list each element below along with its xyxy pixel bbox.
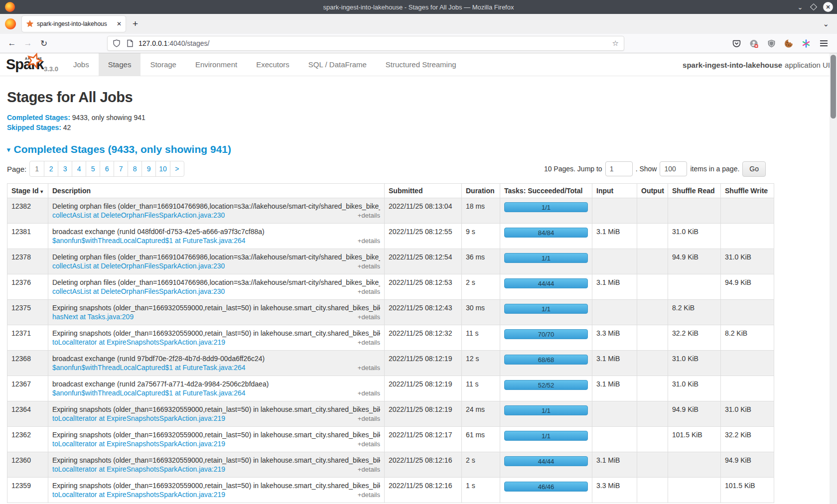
spark-nav-item[interactable]: Structured Streaming bbox=[376, 53, 466, 76]
description-text: Deleting orphan files (older_than=166910… bbox=[52, 278, 380, 286]
browser-tab[interactable]: spark-ingest-into-lakehous ✕ bbox=[22, 16, 126, 32]
jump-to-page-input[interactable] bbox=[605, 161, 633, 176]
stage-callsite-link[interactable]: toLocalIterator at ExpireSnapshotsSparkA… bbox=[52, 465, 225, 473]
col-input[interactable]: Input bbox=[592, 184, 637, 198]
stage-callsite-link[interactable]: toLocalIterator at ExpireSnapshotsSparkA… bbox=[52, 338, 225, 346]
spark-nav-item[interactable]: Storage bbox=[140, 53, 186, 76]
details-toggle[interactable]: +details bbox=[358, 364, 380, 372]
spark-nav-item[interactable]: SQL / DataFrame bbox=[299, 53, 376, 76]
page-number-button[interactable]: 3 bbox=[58, 161, 72, 176]
details-toggle[interactable]: +details bbox=[358, 440, 380, 448]
spark-nav-item[interactable]: Stages bbox=[99, 53, 141, 76]
reload-button[interactable]: ↻ bbox=[36, 38, 52, 49]
cookie-extension-icon[interactable] bbox=[784, 39, 793, 48]
stage-callsite-link[interactable]: collectAsList at DeleteOrphanFilesSparkA… bbox=[52, 262, 225, 270]
completed-stages-section-header[interactable]: ▾ Completed Stages (9433, only showing 9… bbox=[7, 143, 830, 155]
page-number-button[interactable]: 6 bbox=[100, 161, 114, 176]
page-number-button[interactable]: 2 bbox=[44, 161, 58, 176]
input-cell bbox=[592, 249, 637, 274]
stage-id-cell: 12378 bbox=[7, 249, 48, 274]
pocket-icon[interactable] bbox=[732, 39, 741, 48]
spark-nav-item[interactable]: Jobs bbox=[64, 53, 99, 76]
tasks-progress-label: 1/1 bbox=[542, 407, 551, 414]
page-number-button[interactable]: 9 bbox=[141, 161, 155, 176]
stage-callsite-link[interactable]: $anonfun$withThreadLocalCaptured$1 at Fu… bbox=[52, 389, 246, 397]
tasks-progress-bar: 1/1 bbox=[504, 304, 588, 314]
page-content: Stages for All Jobs Completed Stages: 94… bbox=[0, 76, 830, 503]
details-toggle[interactable]: +details bbox=[358, 339, 380, 346]
page-scrollbar[interactable] bbox=[830, 53, 837, 504]
description-text: Expiring snapshots (older_than=166932055… bbox=[52, 431, 380, 439]
stage-callsite-link[interactable]: toLocalIterator at ExpireSnapshotsSparkA… bbox=[52, 414, 225, 422]
summary-link[interactable]: Completed Stages: bbox=[7, 114, 70, 122]
page-number-button[interactable]: 10 bbox=[155, 161, 170, 176]
stage-callsite-link[interactable]: $anonfun$withThreadLocalCaptured$1 at Fu… bbox=[52, 237, 246, 245]
summary-link[interactable]: Skipped Stages: bbox=[7, 124, 61, 131]
col-shuffle-read[interactable]: Shuffle Read bbox=[668, 184, 721, 198]
spark-logo[interactable]: APACHE Spark 3.3.0 bbox=[0, 53, 64, 76]
scrollbar-thumb[interactable] bbox=[831, 55, 836, 119]
col-stage-id[interactable]: Stage Id ▾ bbox=[7, 184, 48, 198]
page-number-button[interactable]: 8 bbox=[128, 161, 141, 176]
page-number-button[interactable]: 5 bbox=[86, 161, 100, 176]
col-output[interactable]: Output bbox=[637, 184, 668, 198]
details-toggle[interactable]: +details bbox=[358, 415, 380, 422]
list-all-tabs-icon[interactable]: ⌄ bbox=[823, 19, 829, 28]
stage-callsite-link[interactable]: toLocalIterator at ExpireSnapshotsSparkA… bbox=[52, 491, 225, 499]
col-duration[interactable]: Duration bbox=[462, 184, 500, 198]
stage-callsite-link[interactable]: toLocalIterator at ExpireSnapshotsSparkA… bbox=[52, 440, 225, 448]
details-toggle[interactable]: +details bbox=[358, 389, 380, 397]
page-number-button[interactable]: 4 bbox=[72, 161, 86, 176]
details-toggle[interactable]: +details bbox=[358, 288, 380, 295]
spark-nav-item[interactable]: Environment bbox=[186, 53, 247, 76]
details-toggle[interactable]: +details bbox=[358, 491, 380, 499]
stage-callsite-link[interactable]: collectAsList at DeleteOrphanFilesSparkA… bbox=[52, 287, 225, 295]
window-close-button[interactable]: ✕ bbox=[823, 2, 833, 12]
output-cell bbox=[637, 376, 668, 401]
col-submitted[interactable]: Submitted bbox=[385, 184, 462, 198]
details-toggle[interactable]: +details bbox=[358, 262, 380, 270]
account-extension-icon[interactable] bbox=[749, 39, 758, 48]
firefox-view-icon[interactable] bbox=[5, 18, 16, 29]
new-tab-button[interactable]: + bbox=[133, 18, 138, 29]
tasks-progress-bar: 70/70 bbox=[504, 329, 588, 339]
back-button[interactable]: ← bbox=[4, 38, 20, 48]
details-toggle[interactable]: +details bbox=[358, 313, 380, 321]
collapse-arrow-icon: ▾ bbox=[7, 146, 10, 153]
menu-hamburger-icon[interactable] bbox=[819, 39, 828, 48]
output-cell bbox=[637, 452, 668, 478]
input-cell: 3.3 MiB bbox=[592, 478, 637, 503]
go-button[interactable]: Go bbox=[742, 161, 766, 177]
url-bar[interactable]: 127.0.0.1:4040/stages/ ☆ bbox=[107, 36, 624, 51]
colorful-asterisk-extension-icon[interactable] bbox=[802, 39, 811, 48]
page-info-icon[interactable] bbox=[127, 39, 134, 47]
tab-close-icon[interactable]: ✕ bbox=[117, 20, 122, 27]
col-shuffle-write[interactable]: Shuffle Write bbox=[721, 184, 774, 198]
description-text: Deleting orphan files (older_than=166910… bbox=[52, 253, 380, 261]
tasks-cell: 1/1 bbox=[500, 198, 592, 224]
details-toggle[interactable]: +details bbox=[358, 237, 380, 245]
tasks-cell: 44/44 bbox=[500, 274, 592, 300]
page-number-button[interactable]: 7 bbox=[114, 161, 128, 176]
ublock-shield-icon[interactable] bbox=[767, 39, 776, 48]
details-toggle[interactable]: +details bbox=[358, 212, 380, 219]
spark-header: APACHE Spark 3.3.0 JobsStagesStorageEnvi… bbox=[0, 53, 837, 76]
col-description[interactable]: Description bbox=[48, 184, 385, 198]
bookmark-star-icon[interactable]: ☆ bbox=[612, 39, 619, 48]
tracking-shield-icon[interactable] bbox=[113, 39, 121, 47]
section-title: Completed Stages (9433, only showing 941… bbox=[14, 143, 231, 155]
details-toggle[interactable]: +details bbox=[358, 466, 380, 473]
table-row: 12362 Expiring snapshots (older_than=166… bbox=[7, 427, 774, 452]
col-tasks[interactable]: Tasks: Succeeded/Total bbox=[500, 184, 592, 198]
tasks-cell: 1/1 bbox=[500, 300, 592, 325]
page-number-button[interactable]: 1 bbox=[30, 161, 44, 176]
spark-nav-item[interactable]: Executors bbox=[247, 53, 299, 76]
window-maximize-button[interactable] bbox=[810, 3, 817, 10]
stage-callsite-link[interactable]: collectAsList at DeleteOrphanFilesSparkA… bbox=[52, 211, 225, 219]
forward-button[interactable]: → bbox=[20, 38, 36, 48]
page-number-button[interactable]: > bbox=[170, 161, 184, 176]
items-per-page-input[interactable] bbox=[660, 161, 687, 176]
stage-callsite-link[interactable]: hasNext at Tasks.java:209 bbox=[52, 313, 134, 321]
window-minimize-button[interactable]: ⌄ bbox=[796, 3, 804, 11]
stage-callsite-link[interactable]: $anonfun$withThreadLocalCaptured$1 at Fu… bbox=[52, 364, 246, 372]
